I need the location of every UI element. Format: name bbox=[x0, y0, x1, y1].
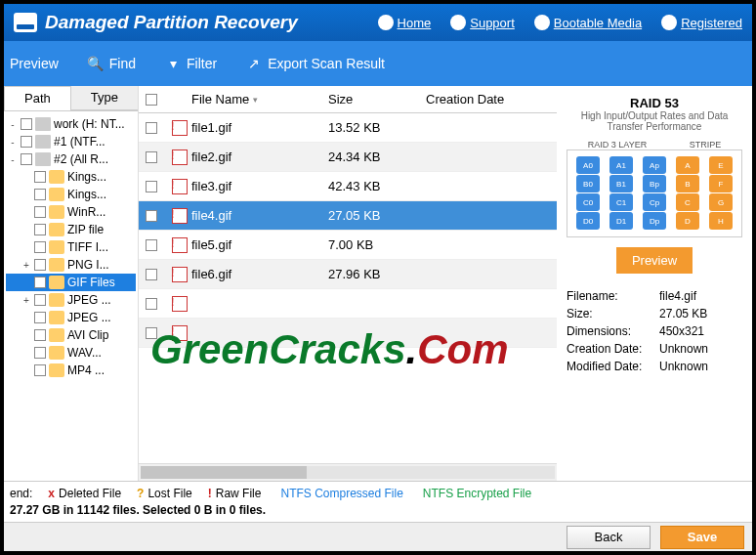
checkbox-icon[interactable] bbox=[21, 153, 32, 165]
link-home[interactable]: Home bbox=[378, 15, 432, 30]
meta-value: 450x321 bbox=[659, 324, 704, 338]
checkbox-icon[interactable] bbox=[34, 241, 46, 253]
tree-tabs: Path Type bbox=[4, 86, 138, 111]
tab-path[interactable]: Path bbox=[4, 86, 71, 110]
col-checkbox[interactable] bbox=[139, 94, 164, 106]
tree-item[interactable]: Kings... bbox=[6, 186, 136, 203]
toolbar-preview[interactable]: Preview bbox=[10, 56, 59, 71]
meta-row: Creation Date:Unknown bbox=[567, 340, 742, 358]
file-name: file4.gif bbox=[191, 208, 231, 223]
toolbar-find-label: Find bbox=[109, 56, 136, 71]
expander-icon[interactable]: - bbox=[8, 154, 18, 165]
file-metadata: Filename:file4.gifSize:27.05 KBDimension… bbox=[567, 287, 742, 375]
folder-icon bbox=[49, 328, 64, 342]
tree-item[interactable]: GIF Files bbox=[6, 274, 136, 291]
back-button[interactable]: Back bbox=[567, 526, 651, 549]
checkbox-icon[interactable] bbox=[34, 206, 46, 218]
col-size[interactable]: Size bbox=[320, 92, 418, 107]
checkbox-icon[interactable] bbox=[146, 327, 157, 339]
tree-item[interactable]: AVI Clip bbox=[6, 326, 136, 344]
tree-item[interactable]: MP4 ... bbox=[6, 362, 136, 379]
raid-cylinder: ApBpCpDp bbox=[643, 156, 666, 231]
toolbar-find[interactable]: 🔍Find bbox=[88, 56, 136, 71]
expander-icon[interactable]: + bbox=[21, 260, 31, 271]
tree-item[interactable]: JPEG ... bbox=[6, 309, 136, 326]
checkbox-icon[interactable] bbox=[146, 210, 157, 222]
checkbox-icon[interactable] bbox=[146, 181, 157, 192]
legend-text: Deleted File bbox=[59, 487, 121, 500]
toolbar-export[interactable]: ↗Export Scan Result bbox=[246, 56, 385, 71]
checkbox-icon[interactable] bbox=[34, 364, 46, 376]
preview-button[interactable]: Preview bbox=[616, 247, 693, 274]
checkbox-icon[interactable] bbox=[21, 136, 32, 148]
tree-item[interactable]: WAV... bbox=[6, 344, 136, 362]
checkbox-icon[interactable] bbox=[34, 277, 46, 288]
checkbox-icon[interactable] bbox=[146, 298, 157, 310]
checkbox-icon[interactable] bbox=[34, 171, 46, 183]
file-size: 27.05 KB bbox=[320, 208, 418, 223]
tree-item[interactable]: ZIP file bbox=[6, 221, 136, 238]
checkbox-icon[interactable] bbox=[146, 122, 157, 134]
tree-item[interactable]: -work (H: NT... bbox=[6, 115, 136, 133]
toolbar-filter-label: Filter bbox=[187, 56, 217, 71]
checkbox-icon[interactable] bbox=[146, 239, 157, 251]
grid-header: File Name▾ Size Creation Date bbox=[139, 86, 557, 113]
folder-icon bbox=[49, 170, 64, 184]
tree-item[interactable]: TIFF I... bbox=[6, 238, 136, 256]
file-name: file5.gif bbox=[191, 237, 231, 252]
tab-type[interactable]: Type bbox=[71, 86, 138, 110]
link-support[interactable]: Support bbox=[450, 15, 515, 30]
checkbox-icon[interactable] bbox=[34, 189, 46, 200]
checkbox-icon[interactable] bbox=[34, 259, 46, 271]
link-bootable[interactable]: Bootable Media bbox=[534, 15, 642, 30]
expander-icon[interactable]: + bbox=[21, 295, 31, 306]
tree-item[interactable]: Kings... bbox=[6, 168, 136, 186]
checkbox-icon[interactable] bbox=[34, 347, 46, 359]
save-button[interactable]: Save bbox=[660, 526, 744, 549]
tree-item[interactable]: +JPEG ... bbox=[6, 291, 136, 309]
drive-icon bbox=[35, 117, 51, 131]
tree-item-label: JPEG ... bbox=[67, 293, 111, 307]
table-row[interactable] bbox=[139, 289, 557, 319]
table-row[interactable] bbox=[139, 319, 557, 348]
toolbar-preview-label: Preview bbox=[10, 56, 59, 71]
table-row[interactable]: file4.gif27.05 KB bbox=[139, 201, 557, 231]
checkbox-icon[interactable] bbox=[34, 224, 46, 235]
checkbox-icon[interactable] bbox=[146, 269, 157, 280]
table-row[interactable]: file5.gif7.00 KB bbox=[139, 231, 557, 260]
table-row[interactable]: file3.gif42.43 KB bbox=[139, 172, 557, 201]
tree-item-label: MP4 ... bbox=[67, 363, 105, 377]
expander-icon[interactable]: - bbox=[8, 137, 18, 148]
horizontal-scrollbar[interactable] bbox=[139, 463, 557, 481]
toolbar-filter[interactable]: ▾Filter bbox=[165, 56, 217, 71]
file-icon bbox=[172, 325, 188, 341]
raid-layer-labels: RAID 3 LAYERSTRIPE bbox=[567, 140, 742, 149]
link-registered[interactable]: Registered bbox=[661, 15, 742, 30]
checkbox-icon[interactable] bbox=[34, 329, 46, 341]
file-name: file2.gif bbox=[191, 149, 231, 164]
table-row[interactable]: file2.gif24.34 KB bbox=[139, 143, 557, 172]
scrollbar-thumb[interactable] bbox=[141, 466, 307, 479]
table-row[interactable]: file6.gif27.96 KB bbox=[139, 260, 557, 289]
tree-item-label: WAV... bbox=[67, 346, 102, 360]
raid-diagram: A0B0C0D0A1B1C1D1ApBpCpDpABCDEFGH bbox=[567, 149, 742, 237]
meta-row: Size:27.05 KB bbox=[567, 305, 742, 322]
legend-row: end: xDeleted File?Lost File!Raw FileNTF… bbox=[10, 487, 746, 500]
folder-icon bbox=[49, 240, 64, 254]
tree-item[interactable]: +PNG I... bbox=[6, 256, 136, 274]
col-filename[interactable]: File Name▾ bbox=[164, 92, 320, 107]
checkbox-icon[interactable] bbox=[21, 118, 32, 130]
app-title: Damaged Partition Recovery bbox=[14, 12, 298, 33]
folder-icon bbox=[49, 311, 64, 324]
expander-icon[interactable]: - bbox=[8, 119, 18, 130]
meta-row: Filename:file4.gif bbox=[567, 287, 742, 305]
folder-icon bbox=[49, 346, 64, 360]
table-row[interactable]: file1.gif13.52 KB bbox=[139, 113, 557, 143]
checkbox-icon[interactable] bbox=[34, 312, 46, 323]
checkbox-icon[interactable] bbox=[34, 294, 46, 306]
tree-item[interactable]: -#2 (All R... bbox=[6, 150, 136, 168]
checkbox-icon[interactable] bbox=[146, 151, 157, 163]
col-date[interactable]: Creation Date bbox=[418, 92, 555, 107]
tree-item[interactable]: WinR... bbox=[6, 203, 136, 221]
tree-item[interactable]: -#1 (NTF... bbox=[6, 133, 136, 150]
